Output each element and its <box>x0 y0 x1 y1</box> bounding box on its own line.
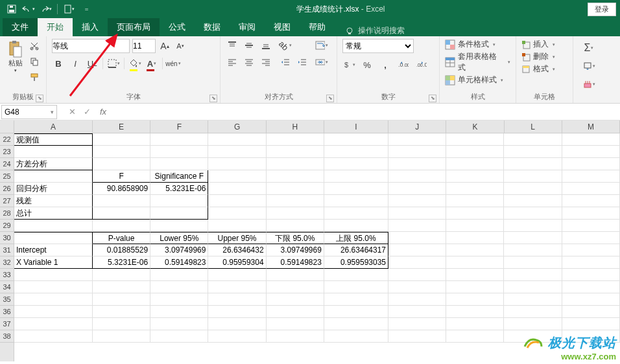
cell[interactable] <box>14 306 93 318</box>
column-header[interactable]: A <box>14 120 93 133</box>
accounting-format-icon[interactable]: $▾ <box>342 58 355 71</box>
cell[interactable] <box>504 158 562 170</box>
cell[interactable] <box>446 256 504 269</box>
cell[interactable] <box>208 133 266 146</box>
cell[interactable] <box>388 330 446 343</box>
cancel-formula-icon[interactable]: ✕ <box>69 107 76 117</box>
new-doc-icon[interactable]: ▾ <box>62 2 77 16</box>
cell[interactable] <box>208 183 266 195</box>
clipboard-launcher[interactable]: ⬊ <box>36 95 43 102</box>
spreadsheet-grid[interactable]: 2223242526272829303132333435363738 AEFGH… <box>0 120 620 361</box>
cell[interactable] <box>93 195 150 207</box>
cell[interactable] <box>150 306 208 318</box>
merge-icon[interactable]: ▾ <box>315 56 328 69</box>
cell[interactable] <box>150 293 208 306</box>
cell[interactable] <box>388 133 446 146</box>
cell[interactable] <box>504 146 562 158</box>
cell[interactable]: Intercept <box>14 244 93 256</box>
tab-formulas[interactable]: 公式 <box>160 18 195 36</box>
cell[interactable]: 0.59149823 <box>267 256 324 269</box>
cell-style-button[interactable]: 单元格样式▾ <box>445 74 510 85</box>
tab-page-layout[interactable]: 页面布局 <box>108 18 160 36</box>
cell[interactable] <box>208 220 266 232</box>
cell[interactable] <box>562 133 620 146</box>
cell[interactable] <box>93 269 150 281</box>
cell[interactable] <box>150 330 208 343</box>
cell[interactable]: P-value <box>93 232 150 244</box>
cell[interactable] <box>562 318 620 330</box>
tab-insert[interactable]: 插入 <box>73 18 108 36</box>
insert-cells-button[interactable]: 插入▾ <box>521 39 567 50</box>
cell[interactable] <box>208 306 266 318</box>
cell[interactable] <box>446 281 504 293</box>
cell[interactable] <box>562 170 620 183</box>
cell[interactable] <box>324 133 388 146</box>
cell[interactable] <box>14 281 93 293</box>
cell[interactable] <box>504 133 562 146</box>
wrap-text-icon[interactable]: ▾ <box>315 39 328 52</box>
cell[interactable] <box>267 158 324 170</box>
cell[interactable]: 0.95959304 <box>208 256 266 269</box>
column-header[interactable]: M <box>562 120 620 133</box>
cut-icon[interactable] <box>27 39 42 53</box>
cell[interactable]: 下限 95.0% <box>267 232 324 244</box>
delete-cells-button[interactable]: 删除▾ <box>521 51 567 62</box>
cell[interactable] <box>93 220 150 232</box>
tab-review[interactable]: 审阅 <box>230 18 265 36</box>
cell[interactable] <box>267 281 324 293</box>
cell[interactable] <box>14 330 93 343</box>
row-header[interactable]: 29 <box>0 220 14 232</box>
fill-color-icon[interactable]: ▾ <box>128 57 141 70</box>
format-cells-button[interactable]: 格式▾ <box>521 63 567 74</box>
cell[interactable] <box>150 207 208 220</box>
cell[interactable] <box>504 183 562 195</box>
cell[interactable] <box>14 232 93 244</box>
column-header[interactable]: E <box>93 120 150 133</box>
cell[interactable] <box>267 133 324 146</box>
number-launcher[interactable]: ⬊ <box>429 95 436 102</box>
phonetic-icon[interactable]: wén▾ <box>167 57 180 70</box>
cell[interactable] <box>150 220 208 232</box>
tab-help[interactable]: 帮助 <box>300 18 335 36</box>
cell[interactable] <box>93 133 150 146</box>
border-icon[interactable]: ▾ <box>107 57 120 70</box>
cell[interactable] <box>208 293 266 306</box>
align-bottom-icon[interactable] <box>259 39 272 52</box>
select-all-corner[interactable] <box>0 120 14 133</box>
cell[interactable] <box>446 195 504 207</box>
cell[interactable] <box>208 207 266 220</box>
cell[interactable] <box>446 133 504 146</box>
cell[interactable] <box>267 269 324 281</box>
align-top-icon[interactable] <box>226 39 239 52</box>
cell[interactable] <box>562 220 620 232</box>
cell[interactable]: 0.59149823 <box>150 256 208 269</box>
cell[interactable] <box>388 281 446 293</box>
cell[interactable] <box>93 318 150 330</box>
number-format-select[interactable]: 常规 <box>342 39 414 53</box>
cell[interactable] <box>504 195 562 207</box>
cell[interactable]: 总计 <box>14 207 93 220</box>
tell-me-search[interactable]: 操作说明搜索 <box>345 25 405 36</box>
cell[interactable] <box>267 195 324 207</box>
tab-view[interactable]: 视图 <box>265 18 300 36</box>
italic-icon[interactable]: I <box>69 57 82 70</box>
cell[interactable] <box>150 195 208 207</box>
cell[interactable] <box>208 170 266 183</box>
cell[interactable]: 5.3231E-06 <box>93 256 150 269</box>
cell[interactable] <box>504 306 562 318</box>
align-center-icon[interactable] <box>243 56 256 69</box>
cell[interactable] <box>267 330 324 343</box>
cell[interactable] <box>267 220 324 232</box>
cell[interactable] <box>562 195 620 207</box>
cell[interactable] <box>324 318 388 330</box>
login-button[interactable]: 登录 <box>588 3 616 16</box>
clear-icon[interactable]: ▾ <box>582 78 595 91</box>
cell[interactable] <box>388 220 446 232</box>
cell[interactable]: 90.8658909 <box>93 183 150 195</box>
enter-formula-icon[interactable]: ✓ <box>84 107 91 117</box>
cell[interactable] <box>562 232 620 244</box>
cell[interactable] <box>14 318 93 330</box>
qat-customize-icon[interactable]: ＝ <box>78 2 94 16</box>
fill-icon[interactable]: ▾ <box>582 60 595 73</box>
cell[interactable] <box>150 146 208 158</box>
